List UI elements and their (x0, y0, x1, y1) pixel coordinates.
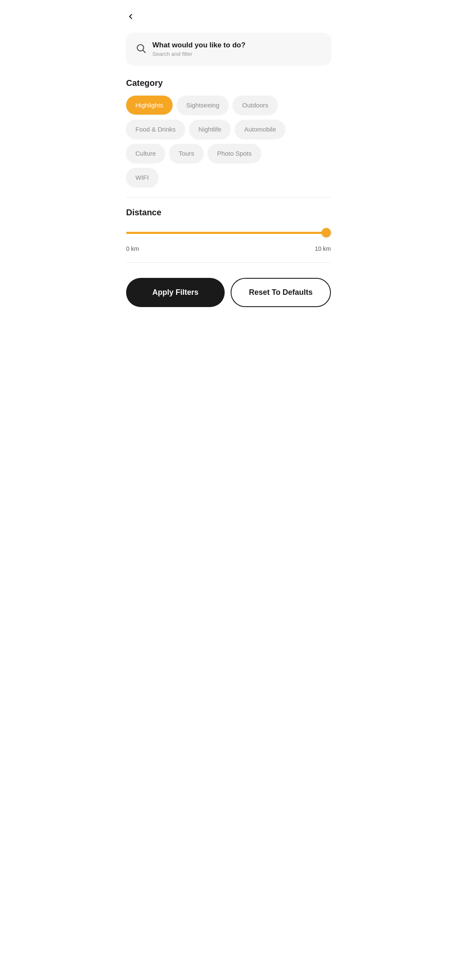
svg-point-0 (137, 44, 143, 51)
back-button[interactable] (123, 8, 139, 25)
apply-filters-button[interactable]: Apply Filters (126, 278, 225, 307)
category-pill-food-drinks[interactable]: Food & Drinks (126, 120, 185, 139)
distance-max-label: 10 km (315, 245, 331, 252)
search-subtitle: Search and filter (152, 51, 245, 57)
category-row-3: Culture Tours Photo Spots (126, 144, 331, 163)
search-icon (135, 43, 146, 55)
distance-min-label: 0 km (126, 245, 139, 252)
category-pill-culture[interactable]: Culture (126, 144, 165, 163)
category-row-1: Highlights Sightseeing Outdoors (126, 96, 331, 115)
category-divider (126, 197, 331, 198)
category-row-2: Food & Drinks Nightlife Automobile (126, 120, 331, 139)
distance-labels: 0 km 10 km (126, 245, 331, 252)
range-container (126, 225, 331, 240)
category-pill-wifi[interactable]: WIFI (126, 168, 158, 187)
reset-defaults-button[interactable]: Reset To Defaults (231, 278, 331, 307)
category-pill-highlights[interactable]: Highlights (126, 96, 173, 115)
svg-line-1 (143, 50, 146, 52)
distance-slider[interactable] (126, 232, 331, 234)
category-pill-sightseeing[interactable]: Sightseeing (177, 96, 228, 115)
distance-title: Distance (126, 208, 331, 217)
search-title: What would you like to do? (152, 41, 245, 50)
category-title: Category (126, 78, 331, 88)
category-pill-photo-spots[interactable]: Photo Spots (208, 144, 261, 163)
search-bar[interactable]: What would you like to do? Search and fi… (126, 33, 331, 65)
category-section: Category Highlights Sightseeing Outdoors… (126, 78, 331, 187)
back-icon (126, 12, 135, 21)
category-pill-tours[interactable]: Tours (169, 144, 204, 163)
distance-divider (126, 262, 331, 263)
category-pill-nightlife[interactable]: Nightlife (189, 120, 231, 139)
category-pill-outdoors[interactable]: Outdoors (233, 96, 278, 115)
category-row-4: WIFI (126, 168, 331, 187)
buttons-row: Apply Filters Reset To Defaults (126, 278, 331, 307)
page-container: What would you like to do? Search and fi… (114, 0, 343, 316)
category-pill-automobile[interactable]: Automobile (235, 120, 285, 139)
distance-section: Distance 0 km 10 km (126, 208, 331, 252)
search-text-group: What would you like to do? Search and fi… (152, 41, 245, 57)
